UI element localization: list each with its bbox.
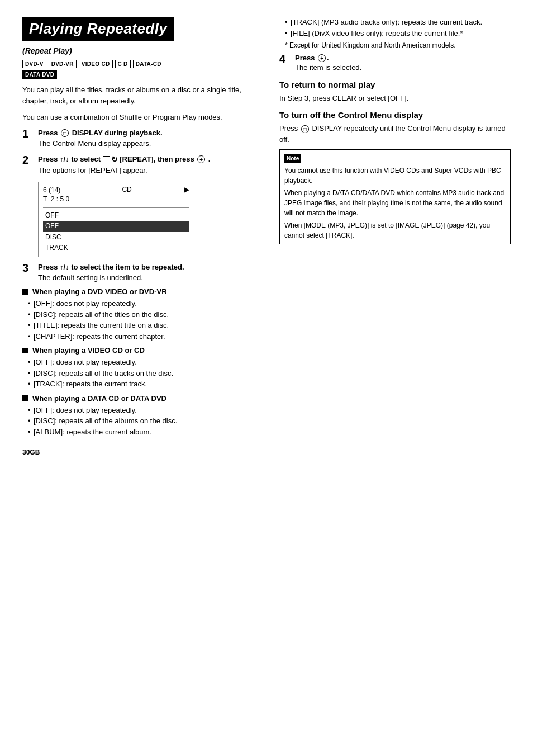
datacd-item-2: [DISC]: repeats all of the albums on the…	[28, 415, 263, 427]
bullet-square-2	[22, 348, 28, 353]
step-1-number: 1	[22, 127, 38, 149]
badge-video-cd: VIDEO CD	[79, 60, 113, 68]
step-3-number: 3	[22, 262, 38, 284]
step-2-content: Press ↑/↓ to select ↻ [REPEAT], then pre…	[38, 155, 263, 176]
track-bullet-1: [TRACK] (MP3 audio tracks only): repeats…	[285, 17, 511, 28]
step-3: 3 Press ↑/↓ to select the item to be rep…	[22, 263, 263, 284]
screen-info: 6 (14) T 2 : 5 0	[43, 186, 69, 205]
screen-label: CD	[122, 186, 131, 193]
enter-icon-4: +	[318, 54, 326, 62]
note-item-3: When [MODE (MP3, JPEG)] is set to [IMAGE…	[284, 220, 506, 240]
datacd-item-3: [ALBUM]: repeats the current album.	[28, 427, 263, 438]
note-item-1: You cannot use this function with VIDEO …	[284, 166, 506, 186]
badge-row-2: DATA DVD	[22, 70, 263, 79]
bullet-square-1	[22, 289, 28, 295]
badge-data-dvd: DATA DVD	[22, 70, 57, 79]
intro-p1: You can play all the titles, tracks or a…	[22, 84, 263, 106]
screen-track: T 2 : 5 0	[43, 195, 69, 204]
right-column: [TRACK] (MP3 audio tracks only): repeats…	[279, 17, 511, 456]
step-4: 4 Press +. The item is selected.	[279, 54, 511, 73]
step-4-number: 4	[279, 53, 295, 73]
videocd-item-2: [DISC]: repeats all of the tracks on the…	[28, 368, 263, 379]
page-title: Playing Repeatedly	[22, 17, 174, 41]
return-body: In Step 3, press CLEAR or select [OFF].	[279, 93, 511, 104]
display-icon-1: □	[61, 129, 69, 137]
screen-divider	[43, 207, 189, 208]
videocd-list: [OFF]: does not play repeatedly. [DISC]:…	[28, 357, 263, 390]
return-title: To return to normal play	[279, 80, 511, 89]
screen-arrow: ▶	[184, 186, 189, 193]
step-1-head: Press □ DISPLAY during playback.	[38, 129, 263, 138]
datacd-item-1: [OFF]: does not play repeatedly.	[28, 405, 263, 416]
badge-dvd-vr: DVD-VR	[49, 60, 77, 68]
intro-p2: You can use a combination of Shuffle or …	[22, 112, 263, 123]
turnoff-title: To turn off the Control Menu display	[279, 110, 511, 120]
step-2-head: Press ↑/↓ to select ↻ [REPEAT], then pre…	[38, 155, 263, 164]
videocd-item-3: [TRACK]: repeats the current track.	[28, 379, 263, 390]
badge-cd: C D	[115, 60, 131, 68]
note-box: Note You cannot use this function with V…	[279, 149, 511, 244]
screen-number: 6 (14)	[43, 186, 69, 195]
step-1-body: The Control Menu display appears.	[38, 138, 263, 149]
dvd-item-3: [TITLE]: repeats the current title on a …	[28, 320, 263, 331]
screen-options: OFF OFF DISC TRACK	[43, 210, 189, 253]
screen-option-4: TRACK	[43, 243, 189, 253]
step-1-content: Press □ DISPLAY during playback. The Con…	[38, 129, 263, 149]
step-1: 1 Press □ DISPLAY during playback. The C…	[22, 129, 263, 149]
step-2-number: 2	[22, 154, 38, 176]
dvd-item-2: [DISC]: repeats all of the titles on the…	[28, 309, 263, 320]
screen-top: 6 (14) T 2 : 5 0 CD ▶	[43, 186, 189, 205]
step-2: 2 Press ↑/↓ to select ↻ [REPEAT], then p…	[22, 155, 263, 176]
bullet-square-3	[22, 395, 28, 401]
dvd-item-1: [OFF]: does not play repeatedly.	[28, 298, 263, 309]
screen-option-2-selected: OFF	[43, 221, 189, 231]
screen-option-3: DISC	[43, 232, 189, 243]
datacd-list: [OFF]: does not play repeatedly. [DISC]:…	[28, 405, 263, 438]
step-3-content: Press ↑/↓ to select the item to be repea…	[38, 263, 263, 284]
left-column: Playing Repeatedly (Repeat Play) DVD-V D…	[22, 17, 263, 456]
note-item-2: When playing a DATA CD/DATA DVD which co…	[284, 188, 506, 218]
step-4-content: Press +. The item is selected.	[295, 54, 511, 73]
badge-data-cd: DATA-CD	[133, 60, 164, 68]
datacd-section-header: When playing a DATA CD or DATA DVD	[22, 394, 263, 403]
page-number: 30GB	[22, 448, 263, 456]
track-bullets: [TRACK] (MP3 audio tracks only): repeats…	[285, 17, 511, 39]
videocd-item-1: [OFF]: does not play repeatedly.	[28, 357, 263, 368]
turnoff-body: Press □ DISPLAY repeatedly until the Con…	[279, 123, 511, 145]
display-icon-2: □	[301, 125, 309, 133]
note-label: Note	[284, 154, 301, 163]
dvd-section-header: When playing a DVD VIDEO or DVD-VR	[22, 287, 263, 296]
icon-box1	[103, 156, 110, 163]
dvd-list: [OFF]: does not play repeatedly. [DISC]:…	[28, 298, 263, 342]
track-bullet-2: [FILE] (DivX video files only): repeats …	[285, 28, 511, 39]
subtitle: (Repeat Play)	[22, 46, 263, 55]
videocd-section-header: When playing a VIDEO CD or CD	[22, 346, 263, 355]
step-4-body: The item is selected.	[295, 62, 511, 73]
screen-right: CD	[122, 186, 131, 193]
screen-mockup: 6 (14) T 2 : 5 0 CD ▶ OFF OFF DISC T	[38, 182, 194, 257]
badge-row: DVD-V DVD-VR VIDEO CD C D DATA-CD	[22, 60, 263, 68]
step-4-head: Press +.	[295, 54, 511, 63]
asterisk-note: * Except for United Kingdom and North Am…	[285, 41, 511, 50]
step-3-head: Press ↑/↓ to select the item to be repea…	[38, 263, 263, 271]
screen-option-1: OFF	[43, 210, 189, 221]
dvd-item-4: [CHAPTER]: repeats the current chapter.	[28, 331, 263, 342]
repeat-icon: ↻	[103, 155, 118, 164]
enter-icon: +	[197, 155, 205, 163]
icon-arrow: ↻	[111, 155, 118, 164]
step-2-body: The options for [REPEAT] appear.	[38, 165, 263, 176]
step-3-body: The default setting is underlined.	[38, 272, 263, 284]
badge-dvd-v: DVD-V	[22, 60, 46, 68]
